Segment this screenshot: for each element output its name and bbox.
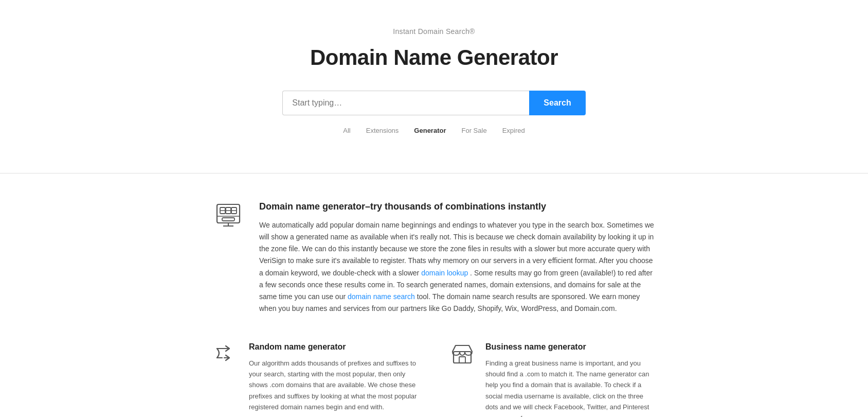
main-feature-title: Domain name generator–try thousands of c… — [259, 199, 655, 214]
tab-all[interactable]: All — [343, 125, 350, 137]
tab-generator[interactable]: Generator — [414, 125, 446, 137]
shuffle-icon — [213, 340, 239, 366]
store-icon — [449, 340, 475, 366]
main-feature-text: Domain name generator–try thousands of c… — [259, 199, 655, 315]
search-bar-container: Search — [10, 91, 858, 115]
slot-machine-icon — [213, 199, 244, 230]
header: Instant Domain Search® Domain Name Gener… — [0, 0, 868, 158]
random-name-text: Random name generator Our algorithm adds… — [249, 340, 419, 413]
svg-rect-12 — [459, 357, 465, 363]
business-name-title: Business name generator — [485, 340, 655, 354]
random-name-title: Random name generator — [249, 340, 419, 354]
domain-lookup-link[interactable]: domain lookup — [421, 269, 468, 277]
business-name-feature: Business name generator Finding a great … — [449, 340, 655, 417]
main-feature-body: We automatically add popular domain name… — [259, 219, 655, 315]
tab-extensions[interactable]: Extensions — [366, 125, 399, 137]
search-input[interactable] — [282, 91, 529, 115]
content-section: Domain name generator–try thousands of c… — [203, 173, 665, 417]
svg-rect-8 — [222, 218, 234, 221]
nav-tabs: All Extensions Generator For Sale Expire… — [10, 125, 858, 137]
main-feature-block: Domain name generator–try thousands of c… — [213, 199, 655, 315]
business-name-body: Finding a great business name is importa… — [485, 358, 655, 417]
random-name-feature: Random name generator Our algorithm adds… — [213, 340, 419, 417]
random-name-body: Our algorithm adds thousands of prefixes… — [249, 358, 419, 413]
tab-for-sale[interactable]: For Sale — [461, 125, 486, 137]
page-title: Domain Name Generator — [10, 40, 858, 75]
search-button[interactable]: Search — [529, 91, 585, 115]
tab-expired[interactable]: Expired — [502, 125, 525, 137]
svg-rect-11 — [454, 352, 471, 363]
business-name-text: Business name generator Finding a great … — [485, 340, 655, 417]
brand-title: Instant Domain Search® — [10, 26, 858, 37]
domain-name-search-link[interactable]: domain name search — [348, 292, 415, 301]
sub-features-section: Random name generator Our algorithm adds… — [213, 340, 655, 417]
